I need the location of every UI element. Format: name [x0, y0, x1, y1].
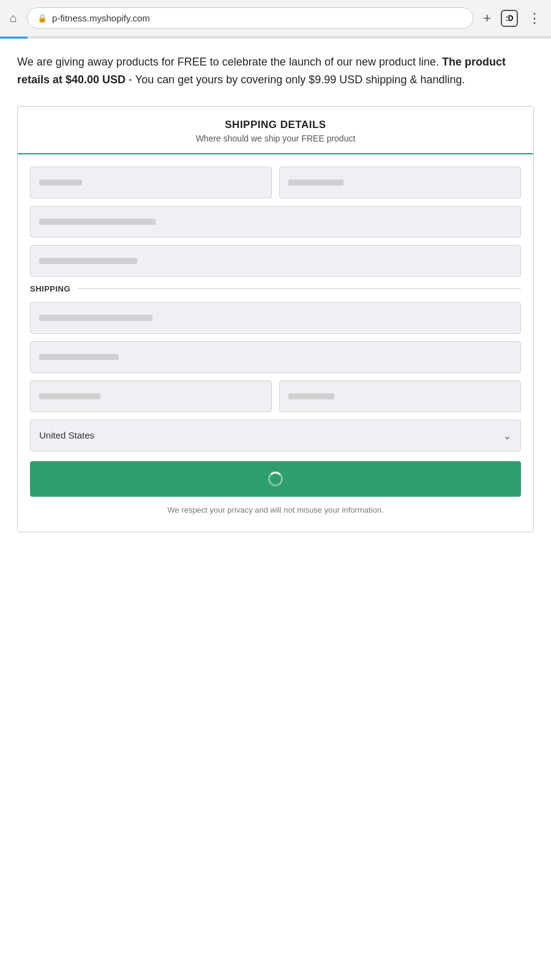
address-redacted	[39, 315, 152, 321]
shipping-card-body: SHIPPING	[18, 154, 533, 532]
loading-spinner	[268, 472, 283, 486]
promo-text-after: - You can get yours by covering only $9.…	[126, 74, 465, 86]
promo-paragraph: We are giving away products for FREE to …	[17, 53, 534, 89]
phone-redacted	[39, 258, 137, 264]
shipping-label-line	[78, 288, 521, 289]
shipping-card: SHIPPING DETAILS Where should we ship yo…	[17, 106, 534, 532]
country-select[interactable]: United States Canada United Kingdom Aust…	[30, 420, 521, 451]
bottom-space	[0, 933, 551, 980]
address-bar[interactable]: 🔒 p-fitness.myshopify.com	[27, 7, 473, 29]
submit-button[interactable]	[30, 461, 521, 497]
lock-icon: 🔒	[37, 13, 47, 23]
country-select-wrapper[interactable]: United States Canada United Kingdom Aust…	[30, 420, 521, 451]
first-name-field[interactable]	[30, 167, 272, 198]
address-field[interactable]	[30, 302, 521, 334]
city-redacted	[39, 354, 119, 360]
name-row	[30, 167, 521, 198]
menu-icon[interactable]: ⋮	[528, 10, 541, 26]
shipping-card-subtitle: Where should we ship your FREE product	[32, 134, 519, 143]
last-name-redacted	[288, 179, 343, 186]
tab-switcher-icon[interactable]: :D	[501, 10, 518, 27]
phone-field[interactable]	[30, 245, 521, 277]
promo-text-normal: We are giving away products for FREE to …	[17, 56, 442, 68]
zip-redacted	[288, 393, 334, 399]
url-text: p-fitness.myshopify.com	[52, 13, 150, 23]
shipping-label-text: SHIPPING	[30, 284, 70, 293]
last-name-field[interactable]	[279, 167, 521, 198]
new-tab-icon[interactable]: +	[483, 10, 491, 26]
email-field[interactable]	[30, 206, 521, 238]
shipping-section-label: SHIPPING	[30, 284, 521, 293]
zip-field[interactable]	[279, 380, 521, 412]
state-redacted	[39, 393, 100, 399]
shipping-card-header: SHIPPING DETAILS Where should we ship yo…	[18, 107, 533, 154]
email-redacted	[39, 219, 156, 225]
page-content: We are giving away products for FREE to …	[0, 39, 551, 933]
first-name-redacted	[39, 179, 82, 186]
state-zip-row	[30, 380, 521, 412]
shipping-card-title: SHIPPING DETAILS	[32, 119, 519, 131]
privacy-text: We respect your privacy and will not mis…	[30, 505, 521, 514]
city-field[interactable]	[30, 341, 521, 373]
tab-switcher-label: :D	[506, 14, 514, 23]
home-icon[interactable]: ⌂	[10, 11, 17, 25]
state-field[interactable]	[30, 380, 272, 412]
browser-chrome: ⌂ 🔒 p-fitness.myshopify.com + :D ⋮	[0, 0, 551, 37]
